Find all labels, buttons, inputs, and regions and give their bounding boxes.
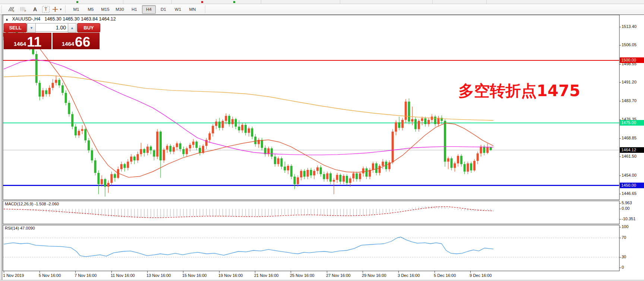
volume-increase-button[interactable]: ▲	[68, 23, 76, 32]
buy-button[interactable]: BUY	[77, 23, 100, 32]
main-chart-group	[3, 25, 619, 197]
macd-axis-label: 0.00	[622, 206, 629, 211]
time-axis-tick	[111, 271, 112, 273]
time-axis-tick	[4, 271, 4, 273]
macd-axis-label: 5.963	[622, 201, 632, 205]
sell-price-button[interactable]: 1464 11	[4, 33, 51, 49]
time-axis-label: 9 Dec 16:00	[470, 273, 492, 278]
price-axis-label: 1468.85	[622, 136, 637, 140]
price-axis-tick	[619, 64, 621, 64]
rsi-axis-tick	[619, 257, 621, 258]
macd-group	[4, 206, 493, 218]
ohlc-values: 1465.30 1465.30 1463.84 1464.12	[45, 16, 116, 22]
time-axis-label: 21 Nov 16:00	[254, 273, 278, 278]
time-axis-label: 1 Nov 2019	[3, 273, 24, 278]
macd-axis-tick	[619, 219, 621, 220]
time-axis-tick	[435, 271, 435, 273]
sell-price-main: 1464	[14, 41, 26, 47]
rsi-indicator-label: RSI(14) 47.0090	[5, 226, 35, 230]
chart-annotation-text: 多空转折点1475	[458, 80, 580, 101]
price-level-badge: 1475.00	[620, 120, 644, 126]
macd-indicator-label: MACD(12,26,9) -1.508 -2.060	[5, 202, 59, 206]
time-axis-label: 11 Nov 16:00	[111, 273, 135, 278]
time-axis-tick	[327, 271, 327, 273]
rsi-axis-tick	[619, 238, 621, 238]
price-axis-label: 1506.05	[622, 42, 637, 47]
price-axis-tick	[619, 138, 621, 139]
time-axis-tick	[255, 271, 255, 273]
buy-price-button[interactable]: 1464 66	[53, 33, 100, 49]
one-click-trading-panel: SELL ▼ ▲ BUY 1464 11 1464 66	[4, 22, 101, 49]
time-axis-label: 19 Nov 16:00	[218, 273, 243, 278]
time-axis-label: 27 Nov 16:00	[326, 273, 350, 278]
price-level-badge: 1500.00	[620, 57, 644, 63]
price-axis-tick	[619, 27, 621, 27]
rsi-axis-label: 100	[622, 224, 628, 229]
time-axis-tick	[219, 271, 220, 273]
buy-price-pips: 66	[75, 36, 90, 48]
time-axis-label: 25 Nov 16:00	[290, 273, 314, 278]
macd-axis-tick	[619, 209, 621, 209]
time-axis-label: 3 Dec 16:00	[398, 273, 420, 278]
volume-input[interactable]	[36, 23, 68, 32]
rsi-axis-tick	[619, 268, 621, 268]
time-axis-tick	[147, 271, 148, 273]
rsi-group	[3, 237, 619, 257]
time-axis-label: 5 Dec 16:00	[434, 273, 456, 278]
volume-decrease-button[interactable]: ▼	[27, 23, 36, 32]
macd-axis-label: -10.351	[622, 217, 635, 221]
symbol-period-label: XAUUSD-,H4	[12, 16, 40, 22]
price-axis-label: 1491.20	[622, 80, 637, 84]
price-axis-tick	[619, 194, 621, 194]
price-axis-label: 1461.50	[622, 154, 637, 158]
volume-stepper: ▼ ▲	[27, 23, 76, 32]
time-axis-tick	[75, 271, 76, 273]
price-axis-label: 1454.00	[622, 173, 637, 177]
price-axis-label: 1483.70	[622, 98, 637, 103]
time-axis-label: 15 Nov 16:00	[182, 273, 206, 278]
sell-price-pips: 11	[27, 36, 41, 48]
price-axis-tick	[619, 82, 621, 83]
time-axis-label: 13 Nov 16:00	[146, 273, 171, 278]
ma-fast-line	[32, 38, 493, 177]
price-level-badge: 1450.00	[620, 183, 644, 188]
sell-button[interactable]: SELL	[4, 23, 27, 32]
rsi-axis-label: 70	[622, 235, 626, 240]
ma-slow-line	[4, 75, 493, 120]
macd-signal-line	[4, 207, 493, 218]
ma-mid-line	[4, 59, 493, 155]
time-axis-label: 5 Nov 16:00	[39, 273, 61, 278]
time-axis-tick	[470, 271, 471, 273]
time-axis-tick	[291, 271, 291, 273]
chart-title: ▲ XAUUSD-,H4 1465.30 1465.30 1463.84 146…	[5, 16, 116, 22]
time-axis-label: 7 Nov 16:00	[75, 273, 97, 278]
time-axis-label: 29 Nov 16:00	[362, 273, 386, 278]
price-axis-tick	[619, 101, 621, 101]
time-axis-tick	[363, 271, 363, 273]
collapse-arrow-icon[interactable]: ▲	[5, 18, 9, 21]
current-price-badge: 1464.12	[620, 147, 644, 153]
price-axis-label: 1513.40	[622, 24, 637, 29]
rsi-axis-label: 0	[622, 265, 624, 269]
time-axis-tick	[398, 271, 399, 273]
buy-price-main: 1464	[62, 41, 74, 47]
rsi-axis-label: 30	[622, 255, 626, 259]
time-axis-tick	[183, 271, 183, 273]
time-axis-tick	[40, 271, 40, 273]
rsi-axis-tick	[619, 227, 621, 227]
price-axis-tick	[619, 176, 621, 176]
price-axis-label: 1446.65	[622, 191, 637, 196]
macd-axis-tick	[619, 203, 621, 203]
price-axis-tick	[619, 45, 621, 45]
price-axis-tick	[619, 157, 621, 157]
rsi-line	[4, 237, 493, 257]
